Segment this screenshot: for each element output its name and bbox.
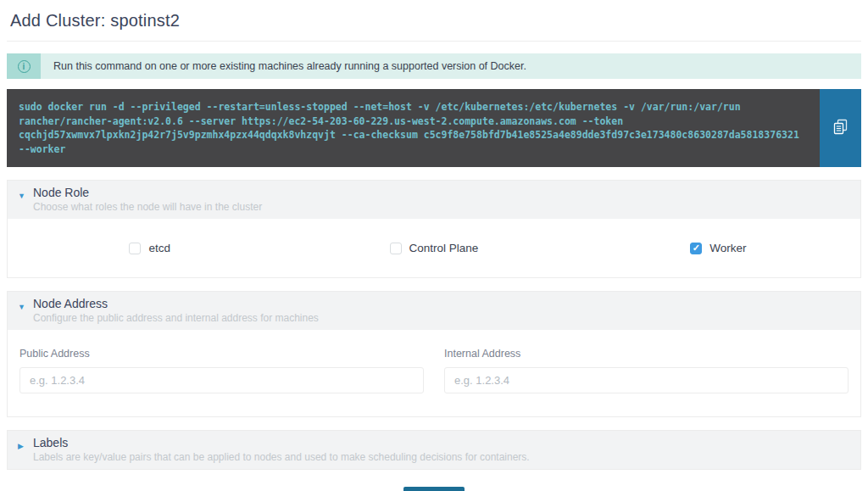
public-address-label: Public Address [19, 348, 424, 360]
clipboard-icon [833, 119, 848, 137]
info-banner-icon-cell: i [7, 53, 41, 79]
caret-right-icon: ▶ [18, 442, 24, 450]
command-line: cqchjd57xwmvx7lpxkn2jp42r7j5v9pzmhx4pzx4… [19, 128, 808, 142]
footer: Done [7, 487, 861, 491]
checkbox-etcd[interactable]: etcd [129, 242, 170, 254]
caret-down-icon: ▼ [18, 303, 25, 311]
node-address-section: ▼ Node Address Configure the public addr… [7, 291, 861, 417]
command-line: --worker [19, 142, 808, 157]
copy-command-button[interactable] [820, 89, 861, 167]
caret-down-icon: ▼ [18, 192, 25, 200]
control-plane-checkbox-label: Control Plane [409, 242, 479, 254]
checkbox-worker[interactable]: Worker [690, 242, 746, 254]
labels-section: ▶ Labels Labels are key/value pairs that… [7, 430, 861, 470]
labels-header[interactable]: ▶ Labels Labels are key/value pairs that… [8, 431, 860, 469]
command-line: sudo docker run -d --privileged --restar… [19, 100, 808, 114]
docker-command-code: sudo docker run -d --privileged --restar… [7, 89, 820, 167]
node-role-subtitle: Choose what roles the node will have in … [33, 201, 850, 213]
add-cluster-page: Add Cluster: spotinst2 i Run this comman… [0, 0, 868, 491]
node-role-section: ▼ Node Role Choose what roles the node w… [7, 180, 861, 278]
command-line: rancher/rancher-agent:v2.0.6 --server ht… [19, 114, 808, 129]
docker-command-block: sudo docker run -d --privileged --restar… [7, 89, 861, 167]
checkbox-control-plane[interactable]: Control Plane [390, 242, 479, 254]
info-banner-text: Run this command on one or more existing… [41, 53, 539, 79]
node-role-options: etcd Control Plane Worker [8, 219, 860, 277]
public-address-field-group: Public Address [19, 348, 424, 393]
node-address-title: Node Address [33, 297, 850, 310]
labels-title: Labels [33, 436, 850, 449]
page-title: Add Cluster: spotinst2 [10, 11, 858, 31]
worker-checkbox-label: Worker [709, 242, 746, 254]
info-banner: i Run this command on one or more existi… [7, 53, 861, 79]
etcd-checkbox-label: etcd [148, 242, 170, 254]
node-role-header[interactable]: ▼ Node Role Choose what roles the node w… [8, 181, 860, 219]
page-header: Add Cluster: spotinst2 [7, 0, 861, 42]
node-address-header[interactable]: ▼ Node Address Configure the public addr… [8, 292, 860, 330]
etcd-checkbox-box[interactable] [129, 243, 141, 254]
info-icon: i [18, 60, 31, 73]
worker-checkbox-box[interactable] [690, 243, 702, 254]
node-role-title: Node Role [33, 186, 850, 199]
internal-address-label: Internal Address [444, 348, 849, 360]
internal-address-field-group: Internal Address [444, 348, 849, 393]
done-button[interactable]: Done [403, 487, 464, 491]
public-address-input[interactable] [19, 367, 424, 393]
control-plane-checkbox-box[interactable] [390, 243, 402, 254]
node-address-fields: Public Address Internal Address [8, 330, 860, 416]
internal-address-input[interactable] [444, 367, 849, 393]
node-address-subtitle: Configure the public address and interna… [33, 312, 850, 324]
labels-subtitle: Labels are key/value pairs that can be a… [33, 451, 850, 463]
